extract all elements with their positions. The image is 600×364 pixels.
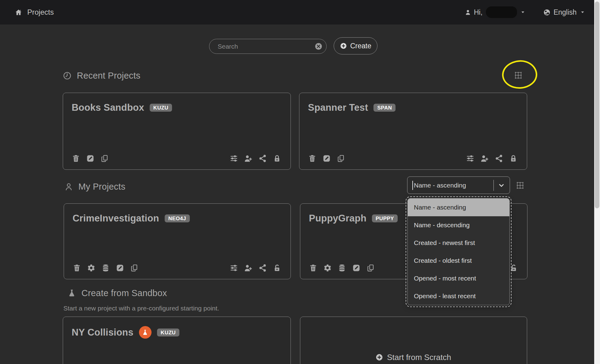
- plus-circle-icon: [340, 42, 347, 50]
- plus-circle-icon: [375, 353, 383, 361]
- search-input[interactable]: [218, 43, 314, 50]
- menu-item-opened-least-recent[interactable]: Opened - least recent: [408, 287, 509, 305]
- sandbox-flask-badge: [139, 326, 152, 339]
- share-icon[interactable]: [258, 154, 267, 163]
- caret-down-icon: [520, 9, 526, 15]
- rename-icon[interactable]: [116, 264, 124, 272]
- settings-icon[interactable]: [323, 264, 332, 272]
- configure-icon[interactable]: [230, 264, 238, 272]
- project-name: Books Sandbox: [72, 102, 144, 113]
- menu-item-created-oldest[interactable]: Created - oldest first: [408, 252, 509, 269]
- menu-item-name-descending[interactable]: Name - descending: [408, 216, 509, 234]
- create-from-sandbox-heading: Create from Sandbox: [67, 288, 167, 298]
- section-title: Create from Sandbox: [81, 288, 167, 298]
- add-user-icon[interactable]: [244, 154, 253, 163]
- database-icon[interactable]: [338, 264, 346, 272]
- text-cursor: [412, 181, 413, 190]
- rename-icon[interactable]: [86, 154, 95, 163]
- project-card-crimeinvestigation[interactable]: CrimeInvestigation NEO4J: [64, 203, 291, 279]
- chevron-down-icon[interactable]: [497, 181, 505, 189]
- project-name: PuppyGraph: [309, 213, 366, 224]
- sort-selected-value: Name - ascending: [414, 182, 493, 189]
- user-icon: [465, 9, 471, 16]
- my-projects-heading: My Projects: [64, 182, 126, 192]
- language-menu-trigger[interactable]: English: [543, 8, 585, 17]
- section-title: My Projects: [78, 182, 126, 192]
- top-navigation-bar: Projects Hi, English: [0, 0, 600, 24]
- menu-item-name-ascending[interactable]: Name - ascending: [408, 199, 509, 216]
- rename-icon[interactable]: [322, 154, 331, 163]
- project-name: CrimeInvestigation: [73, 213, 159, 224]
- create-button-label: Create: [350, 42, 371, 50]
- start-from-scratch-label: Start from Scratch: [387, 353, 451, 362]
- scrollbar-track[interactable]: [594, 0, 600, 364]
- card-actions: [73, 264, 281, 272]
- duplicate-icon[interactable]: [100, 154, 109, 163]
- project-card-spanner-test[interactable]: Spanner Test SPAN: [299, 93, 527, 170]
- topbar-right: Hi, English: [465, 0, 586, 24]
- card-title-row: CrimeInvestigation NEO4J: [73, 213, 281, 224]
- globe-icon: [543, 9, 551, 16]
- project-name: NY Collisions: [72, 327, 133, 338]
- card-actions: [72, 154, 281, 163]
- create-button[interactable]: Create: [334, 37, 377, 54]
- configure-icon[interactable]: [230, 154, 238, 163]
- duplicate-icon[interactable]: [337, 154, 345, 163]
- configure-icon[interactable]: [466, 154, 474, 163]
- search-box[interactable]: [209, 39, 327, 54]
- database-icon[interactable]: [101, 264, 110, 272]
- share-icon[interactable]: [258, 264, 267, 272]
- unlock-icon[interactable]: [273, 264, 281, 272]
- sandbox-subtitle: Start a new project with a pre-configure…: [63, 305, 219, 312]
- language-label: English: [553, 8, 576, 17]
- add-user-icon[interactable]: [480, 154, 489, 163]
- home-icon: [15, 9, 22, 16]
- greeting-text: Hi,: [474, 8, 482, 17]
- menu-item-opened-most-recent[interactable]: Opened - most recent: [408, 269, 509, 287]
- sort-select[interactable]: Name - ascending: [407, 176, 510, 194]
- lock-icon[interactable]: [509, 154, 518, 163]
- scrollbar-thumb[interactable]: [595, 2, 599, 208]
- duplicate-icon[interactable]: [366, 264, 375, 272]
- project-name: Spanner Test: [308, 102, 368, 113]
- user-outline-icon: [64, 182, 73, 191]
- sandbox-card-ny-collisions[interactable]: NY Collisions KUZU: [63, 317, 291, 364]
- user-menu-trigger[interactable]: Hi,: [465, 6, 526, 18]
- unlock-icon[interactable]: [509, 264, 518, 272]
- section-title: Recent Projects: [77, 71, 141, 81]
- lock-icon[interactable]: [273, 154, 281, 163]
- clear-search-icon[interactable]: [314, 42, 323, 50]
- home-nav[interactable]: Projects: [15, 0, 54, 24]
- grid-view-toggle-icon[interactable]: [514, 71, 523, 80]
- menu-item-created-newest[interactable]: Created - newest first: [408, 234, 509, 252]
- share-icon[interactable]: [495, 154, 503, 163]
- settings-icon[interactable]: [87, 264, 96, 272]
- db-type-badge: KUZU: [150, 104, 172, 112]
- delete-icon[interactable]: [309, 264, 317, 272]
- page-title: Projects: [27, 8, 54, 17]
- select-divider: [493, 180, 494, 191]
- recent-projects-heading: Recent Projects: [63, 71, 141, 81]
- db-type-badge: NEO4J: [165, 214, 190, 222]
- flask-icon: [142, 329, 148, 336]
- redacted-username: [486, 6, 517, 18]
- grid-view-toggle-icon[interactable]: [516, 181, 525, 190]
- caret-down-icon: [579, 9, 586, 15]
- clock-icon: [63, 71, 72, 80]
- card-title-row: Spanner Test SPAN: [308, 102, 518, 113]
- card-actions: [308, 154, 518, 163]
- db-type-badge: PUPPY: [372, 214, 398, 222]
- flask-icon: [67, 289, 76, 298]
- delete-icon[interactable]: [73, 264, 81, 272]
- rename-icon[interactable]: [352, 264, 361, 272]
- card-title-row: NY Collisions KUZU: [72, 326, 281, 339]
- start-from-scratch-card[interactable]: Start from Scratch: [300, 317, 527, 364]
- duplicate-icon[interactable]: [130, 264, 139, 272]
- db-type-badge: SPAN: [373, 104, 396, 112]
- delete-icon[interactable]: [308, 154, 317, 163]
- sort-options-menu: Name - ascending Name - descending Creat…: [407, 198, 510, 305]
- project-card-books-sandbox[interactable]: Books Sandbox KUZU: [63, 93, 291, 170]
- add-user-icon[interactable]: [244, 264, 253, 272]
- delete-icon[interactable]: [72, 154, 80, 163]
- db-type-badge: KUZU: [157, 329, 179, 336]
